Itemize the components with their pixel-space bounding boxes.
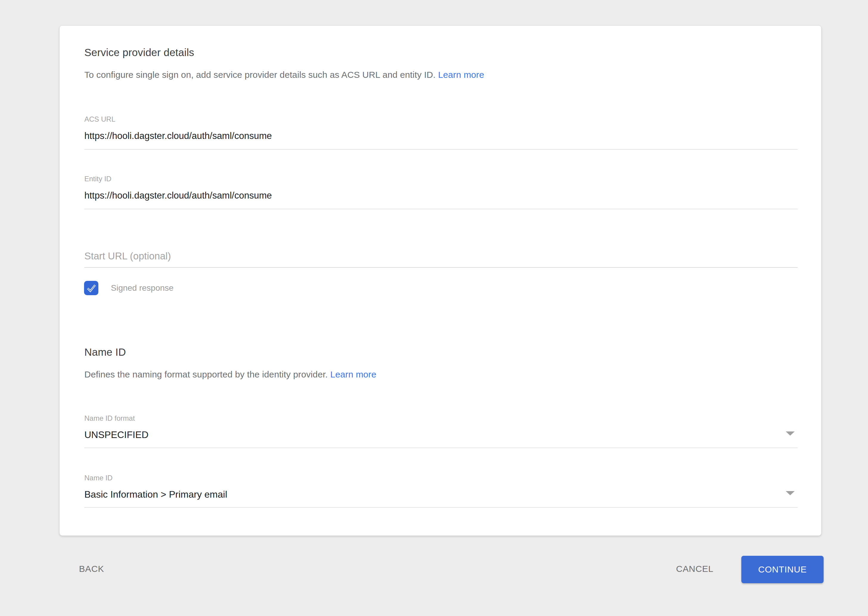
back-button[interactable]: BACK <box>79 564 104 574</box>
name-id-value: Basic Information > Primary email <box>84 488 797 501</box>
acs-url-underline <box>84 149 797 150</box>
acs-url-input[interactable] <box>84 130 797 142</box>
entity-id-label: Entity ID <box>84 175 797 183</box>
start-url-input[interactable] <box>84 250 797 262</box>
entity-id-field: Entity ID <box>84 175 797 209</box>
name-id-description: Defines the naming format supported by t… <box>84 369 376 380</box>
page-background: { "page_background": "#ededed", "provide… <box>0 0 868 616</box>
cancel-button[interactable]: CANCEL <box>676 564 713 574</box>
signed-response-row: Signed response <box>84 281 173 295</box>
caret-down-icon[interactable] <box>786 431 795 435</box>
service-provider-card: Service provider details To configure si… <box>59 25 821 536</box>
name-id-format-value: UNSPECIFIED <box>84 429 797 441</box>
name-id-dropdown[interactable]: Name ID Basic Information > Primary emai… <box>84 474 797 508</box>
signed-response-label: Signed response <box>111 283 173 293</box>
entity-id-underline <box>84 209 797 209</box>
start-url-field <box>84 250 797 268</box>
service-provider-description-text: To configure single sign on, add service… <box>84 70 435 80</box>
name-id-learn-more-link[interactable]: Learn more <box>330 369 376 379</box>
check-icon <box>84 281 98 295</box>
signed-response-checkbox[interactable] <box>84 281 98 295</box>
service-provider-learn-more-link[interactable]: Learn more <box>438 70 484 80</box>
name-id-format-label: Name ID format <box>84 414 797 423</box>
acs-url-field: ACS URL <box>84 115 797 150</box>
name-id-description-text: Defines the naming format supported by t… <box>84 369 328 379</box>
continue-button[interactable]: CONTINUE <box>741 556 824 583</box>
service-provider-description: To configure single sign on, add service… <box>84 70 484 80</box>
entity-id-input[interactable] <box>84 190 797 201</box>
start-url-underline <box>84 267 797 268</box>
caret-down-icon[interactable] <box>786 491 795 495</box>
name-id-underline <box>84 507 797 508</box>
service-provider-details-title: Service provider details <box>84 47 195 58</box>
name-id-format-underline <box>84 448 797 448</box>
name-id-format-dropdown[interactable]: Name ID format UNSPECIFIED <box>84 414 797 448</box>
acs-url-label: ACS URL <box>84 115 797 123</box>
name-id-title: Name ID <box>84 346 126 358</box>
name-id-label: Name ID <box>84 474 797 482</box>
